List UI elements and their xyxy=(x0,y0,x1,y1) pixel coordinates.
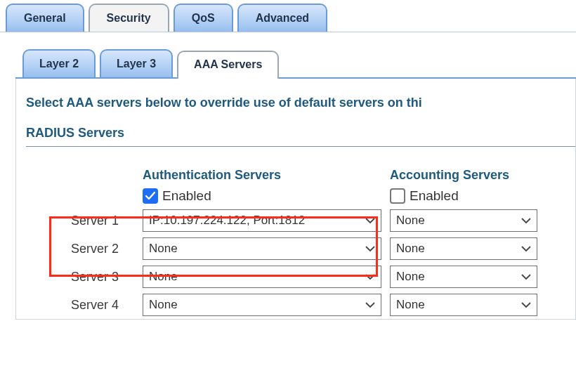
select-value: None xyxy=(149,298,178,312)
table-row: Server 4 None None xyxy=(26,291,547,319)
select-value: None xyxy=(396,214,425,228)
auth-enabled-label: Enabled xyxy=(162,188,211,204)
chevron-down-icon xyxy=(521,217,531,224)
acct-server-2-select[interactable]: None xyxy=(390,237,537,260)
server-label: Server 2 xyxy=(26,235,138,263)
acct-server-4-select[interactable]: None xyxy=(390,294,537,316)
select-value: None xyxy=(396,298,425,312)
acct-server-3-select[interactable]: None xyxy=(390,266,537,288)
auth-server-3-select[interactable]: None xyxy=(143,266,381,288)
acct-server-1-select[interactable]: None xyxy=(390,209,537,232)
chevron-down-icon xyxy=(521,301,531,308)
tab-advanced[interactable]: Advanced xyxy=(237,4,327,32)
auth-server-2-select[interactable]: None xyxy=(143,237,381,260)
aaa-panel: Select AAA servers below to override use… xyxy=(15,79,576,320)
server-label: Server 1 xyxy=(26,207,138,235)
top-tabs: General Security QoS Advanced xyxy=(0,0,576,32)
chevron-down-icon xyxy=(365,245,375,252)
chevron-down-icon xyxy=(521,273,531,280)
tab-qos[interactable]: QoS xyxy=(174,4,233,32)
auth-server-1-select[interactable]: IP:10.197.224.122, Port:1812 xyxy=(143,209,381,232)
acct-enabled-checkbox[interactable] xyxy=(390,188,405,204)
chevron-down-icon xyxy=(365,273,375,280)
select-value: None xyxy=(149,242,178,256)
select-value: None xyxy=(149,270,178,284)
auth-enabled-checkbox[interactable] xyxy=(143,188,158,204)
table-row: Server 2 None None xyxy=(26,235,547,263)
subtab-layer2[interactable]: Layer 2 xyxy=(22,49,96,77)
chevron-down-icon xyxy=(521,245,531,252)
table-row: Server 3 None None xyxy=(26,263,547,291)
subtab-aaa-servers[interactable]: AAA Servers xyxy=(177,51,279,79)
chevron-down-icon xyxy=(365,217,375,224)
select-value: IP:10.197.224.122, Port:1812 xyxy=(149,214,305,228)
server-label: Server 4 xyxy=(26,291,138,319)
column-header-auth: Authentication Servers xyxy=(138,165,386,185)
section-title-radius: RADIUS Servers xyxy=(26,126,575,141)
acct-enabled-label: Enabled xyxy=(410,188,459,204)
tab-security[interactable]: Security xyxy=(89,4,169,32)
tab-general[interactable]: General xyxy=(6,4,84,32)
servers-table: Authentication Servers Accounting Server… xyxy=(26,165,547,319)
select-value: None xyxy=(396,270,425,284)
column-header-acct: Accounting Servers xyxy=(386,165,547,185)
auth-server-4-select[interactable]: None xyxy=(143,294,381,316)
subtab-layer3[interactable]: Layer 3 xyxy=(100,49,173,77)
checkmark-icon xyxy=(145,190,156,202)
sub-tabs: Layer 2 Layer 3 AAA Servers xyxy=(15,46,576,79)
divider xyxy=(26,146,575,147)
instruction-text: Select AAA servers below to override use… xyxy=(26,96,575,110)
table-row: Server 1 IP:10.197.224.122, Port:1812 No… xyxy=(26,207,547,235)
server-label: Server 3 xyxy=(26,263,138,291)
select-value: None xyxy=(396,242,425,256)
chevron-down-icon xyxy=(365,301,375,308)
